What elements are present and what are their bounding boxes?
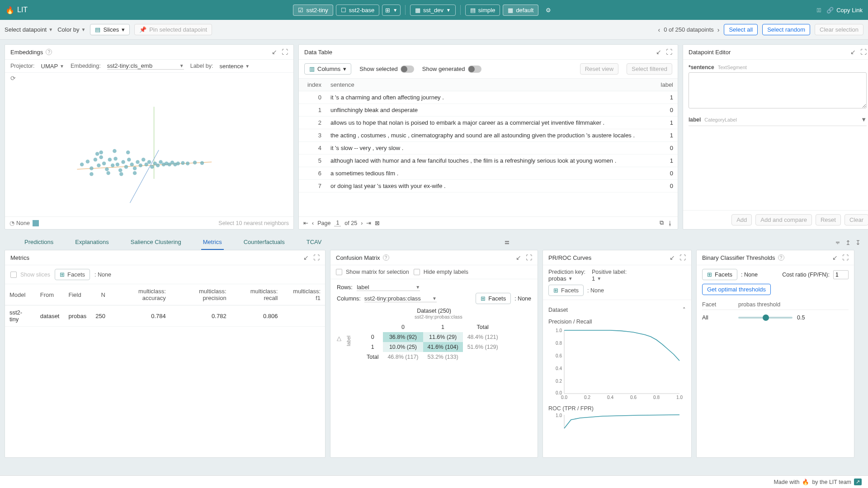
layout-simple-chip[interactable]: ▤ simple (465, 5, 500, 16)
clear-button[interactable]: Clear (844, 214, 868, 225)
table-row[interactable]: 6a sometimes tedious film .0 (299, 167, 678, 180)
fullscreen-icon[interactable]: ⛶ (679, 254, 686, 261)
fullscreen-icon[interactable]: ⛶ (860, 48, 867, 56)
cell-1-1[interactable]: 41.6% (104) (423, 342, 463, 352)
show-slices-checkbox[interactable]: Show slices (10, 272, 50, 278)
sentence-input[interactable] (689, 72, 867, 108)
col-sentence[interactable]: sentence (326, 79, 651, 91)
tab-metrics[interactable]: Metrics (201, 235, 224, 250)
external-link-icon[interactable]: ↗ (854, 479, 862, 485)
sort-up-icon[interactable]: ↥ (845, 239, 851, 246)
gear-icon[interactable]: ⚙ (546, 7, 551, 14)
table-row[interactable]: 4it 's slow -- very , very slow .0 (299, 142, 678, 155)
col-index[interactable]: index (299, 79, 326, 91)
cell-1-0[interactable]: 10.0% (25) (383, 342, 423, 352)
get-optimal-button[interactable]: Get optimal thresholds (702, 284, 771, 295)
rows-dropdown[interactable]: label▼ (357, 284, 420, 291)
sort-down-icon[interactable]: ↧ (855, 239, 861, 246)
show-selected-toggle[interactable]: Show selected (359, 66, 414, 73)
collapse-icon[interactable]: ↙ (656, 48, 661, 56)
drag-handle-icon[interactable]: 〓 (504, 239, 510, 247)
add-compare-button[interactable]: Add and compare (755, 214, 812, 225)
cell-0-0[interactable]: 36.8% (92) (383, 332, 423, 342)
tab-explanations[interactable]: Explanations (73, 235, 110, 250)
chevron-down-icon[interactable]: ▼ (861, 116, 867, 123)
cols-dropdown[interactable]: sst2-tiny:probas:class▼ (364, 295, 437, 302)
threshold-slider[interactable] (738, 317, 793, 319)
facets-button[interactable]: ⊞Facets (476, 293, 511, 304)
collapse-tree-icon[interactable]: △ (337, 335, 341, 342)
color-by-dropdown[interactable]: Color by▼ (57, 26, 85, 33)
clear-selection-button[interactable]: Clear selection (815, 24, 863, 35)
fullscreen-icon[interactable]: ⛶ (842, 254, 849, 261)
columns-button[interactable]: ▥Columns▾ (304, 63, 351, 75)
embedding-dropdown[interactable]: sst2-tiny:cls_emb ▼ (107, 62, 184, 70)
hide-empty-checkbox[interactable]: Hide empty labels (414, 269, 468, 275)
filter-icon[interactable]: ⫧ (835, 239, 841, 246)
pin-button[interactable]: 📌 Pin selected datapoint (134, 24, 212, 35)
clear-page-icon[interactable]: ⊠ (375, 220, 380, 226)
nearest-neighbors-button[interactable]: Select 10 nearest neighbors (218, 220, 289, 226)
reset-view-button[interactable]: Reset view (580, 63, 619, 75)
collapse-icon[interactable]: ↙ (670, 254, 675, 261)
tab-predictions[interactable]: Predictions (23, 235, 55, 250)
pred-key-dropdown[interactable]: probas ▼ (548, 275, 585, 282)
download-icon[interactable]: ⭳ (667, 220, 673, 226)
help-icon[interactable]: ? (383, 254, 389, 261)
collapse-icon[interactable]: ↙ (832, 254, 838, 261)
copy-icon[interactable]: ⧉ (660, 220, 664, 226)
table-row[interactable]: 7or doing last year 's taxes with your e… (299, 180, 678, 192)
reset-view-icon[interactable]: ⟳ (10, 75, 16, 82)
dataset-chip[interactable]: ▦ sst_dev ▼ (410, 5, 456, 16)
labelby-dropdown[interactable]: sentence ▼ (219, 63, 250, 70)
chevron-right-icon[interactable]: › (717, 26, 720, 33)
chevron-up-icon[interactable]: ˄ (683, 306, 686, 313)
embedding-scatter[interactable] (5, 84, 293, 216)
table-row[interactable]: 3the acting , costumes , music , cinemat… (299, 129, 678, 142)
fullscreen-icon[interactable]: ⛶ (313, 254, 320, 261)
reset-button[interactable]: Reset (816, 214, 841, 225)
next-page-icon[interactable]: › (361, 220, 363, 226)
fullscreen-icon[interactable]: ⛶ (282, 48, 288, 56)
facets-button[interactable]: ⊞Facets (702, 269, 737, 280)
pos-label-dropdown[interactable]: 1 ▼ (592, 275, 627, 282)
facets-button[interactable]: ⊞Facets (548, 285, 584, 296)
slices-button[interactable]: ▤ Slices ▾ (90, 24, 130, 35)
add-button[interactable]: Add (731, 214, 752, 225)
page-input[interactable]: 1 (334, 220, 341, 226)
collapse-icon[interactable]: ↙ (272, 48, 277, 56)
facets-button[interactable]: ⊞Facets (55, 269, 90, 280)
last-page-icon[interactable]: ⇥ (366, 220, 371, 226)
collapse-icon[interactable]: ↙ (516, 254, 521, 261)
tab-counterfactuals[interactable]: Counterfactuals (242, 235, 287, 250)
select-datapoint-dropdown[interactable]: Select datapoint▼ (5, 26, 53, 33)
projector-dropdown[interactable]: UMAP ▼ (41, 63, 64, 70)
model-chip-sst2-base[interactable]: ☐ sst2-base (336, 5, 379, 16)
chevron-left-icon[interactable]: ‹ (658, 26, 660, 33)
help-icon[interactable]: ? (778, 254, 784, 261)
show-selection-checkbox[interactable]: Show matrix for selection (336, 269, 409, 275)
select-all-button[interactable]: Select all (724, 24, 758, 35)
prev-page-icon[interactable]: ‹ (312, 220, 314, 226)
table-row[interactable]: 1unflinchingly bleak and desperate0 (299, 104, 678, 117)
table-row[interactable]: 2allows us to hope that nolan is poised … (299, 117, 678, 129)
cell-0-1[interactable]: 11.6% (29) (423, 332, 463, 342)
fullscreen-icon[interactable]: ⛶ (666, 48, 672, 56)
collapse-icon[interactable]: ↙ (850, 48, 856, 56)
table-row[interactable]: 5although laced with humor and a few fan… (299, 155, 678, 167)
show-generated-toggle[interactable]: Show generated (422, 66, 481, 73)
help-icon[interactable]: ? (46, 49, 52, 55)
table-row[interactable]: 0it 's a charming and often affecting jo… (299, 91, 678, 104)
first-page-icon[interactable]: ⇤ (303, 220, 308, 226)
model-chip-sst2-tiny[interactable]: ☑ sst2-tiny (293, 5, 333, 16)
tab-tcav[interactable]: TCAV (305, 235, 324, 250)
select-random-button[interactable]: Select random (762, 24, 810, 35)
tab-salience-clustering[interactable]: Salience Clustering (129, 235, 183, 250)
model-add-button[interactable]: ⊞ ▼ (382, 5, 401, 16)
select-filtered-button[interactable]: Select filtered (627, 63, 672, 75)
fullscreen-icon[interactable]: ⛶ (526, 254, 532, 261)
collapse-icon[interactable]: ↙ (303, 254, 309, 261)
cost-ratio-input[interactable] (833, 270, 849, 279)
copy-link-button[interactable]: 🔗 Copy Link (826, 7, 863, 14)
help-icon[interactable]: ？⃝ (817, 7, 821, 14)
